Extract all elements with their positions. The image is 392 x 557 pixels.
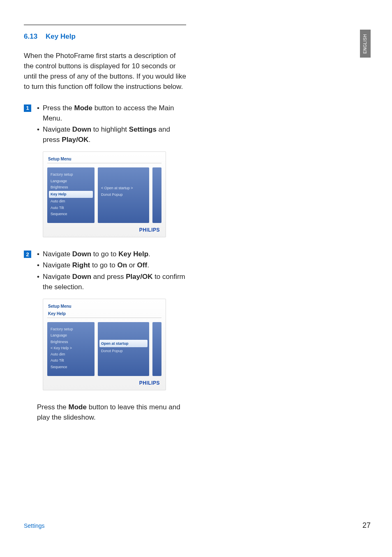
menu-item: Language xyxy=(51,332,91,339)
menu-item: < Key Help > xyxy=(51,345,91,351)
menu-item: Brightness xyxy=(51,339,91,345)
intro-paragraph: When the PhotoFrame first starts a descr… xyxy=(24,51,186,92)
step-1: 1 Press the Mode button to access the Ma… xyxy=(24,103,186,146)
menu-item: Sequence xyxy=(51,364,91,370)
section-heading: 6.13 Key Help xyxy=(24,32,186,41)
step-2-badge: 2 xyxy=(24,251,31,258)
menu-item: Brightness xyxy=(51,184,91,190)
device2-menu: Factory setup Language Brightness < Key … xyxy=(47,322,95,376)
footer-page-number: 27 xyxy=(362,521,371,530)
device2-title: Setup Menu xyxy=(43,299,166,310)
option-item-selected: Open at startup xyxy=(99,340,148,347)
step-1-badge: 1 xyxy=(24,104,31,112)
step-2-bullet-1: Navigate Down to go to Key Help. xyxy=(37,249,186,259)
step-1-bullet-2: Navigate Down to highlight Settings and … xyxy=(37,124,186,145)
step-1-bullet-1: Press the Mode button to access the Main… xyxy=(37,103,186,123)
step-2-bullet-2: Navigate Right to go to On or Off. xyxy=(37,260,186,270)
device1-menu: Factory setup Language Brightness Key He… xyxy=(47,167,95,223)
menu-item: Sequence xyxy=(51,211,91,217)
device2-options: Open at startup Donot Popup xyxy=(98,322,149,376)
step-2-bullet-3: Navigate Down and press Play/OK to confi… xyxy=(37,272,186,292)
device1-title: Setup Menu xyxy=(43,152,166,163)
menu-item: Auto Tilt xyxy=(51,357,91,364)
menu-item: Factory setup xyxy=(51,172,91,178)
device-screenshot-2: Setup Menu Key Help Factory setup Langua… xyxy=(43,299,166,390)
section-rule xyxy=(24,25,186,25)
section-number: 6.13 xyxy=(24,32,37,41)
section-title: Key Help xyxy=(46,32,76,41)
brand-logo: PHILIPS xyxy=(43,376,166,386)
option-item: < Open at startup > xyxy=(101,185,146,191)
device1-options: < Open at startup > Donot Popup xyxy=(98,167,149,223)
language-tab: ENGLISH xyxy=(360,30,371,58)
step-2: 2 Navigate Down to go to Key Help. Navig… xyxy=(24,249,186,293)
menu-item: Auto dim xyxy=(51,198,91,204)
language-tab-label: ENGLISH xyxy=(363,34,368,53)
option-item: Donot Popup xyxy=(101,191,146,198)
menu-item: Auto dim xyxy=(51,351,91,357)
menu-item: Language xyxy=(51,178,91,184)
menu-item-selected: Key Help xyxy=(49,191,93,198)
menu-item: Factory setup xyxy=(51,326,91,332)
option-item: Donot Popup xyxy=(101,348,146,354)
page-footer: Settings 27 xyxy=(24,521,371,530)
outro-note: Press the Mode button to leave this menu… xyxy=(37,402,186,422)
footer-section: Settings xyxy=(24,522,45,529)
menu-item: Auto Tilt xyxy=(51,205,91,211)
device2-subtitle: Key Help xyxy=(43,310,166,318)
device-screenshot-1: Setup Menu Factory setup Language Bright… xyxy=(43,151,166,237)
brand-logo: PHILIPS xyxy=(43,223,166,233)
